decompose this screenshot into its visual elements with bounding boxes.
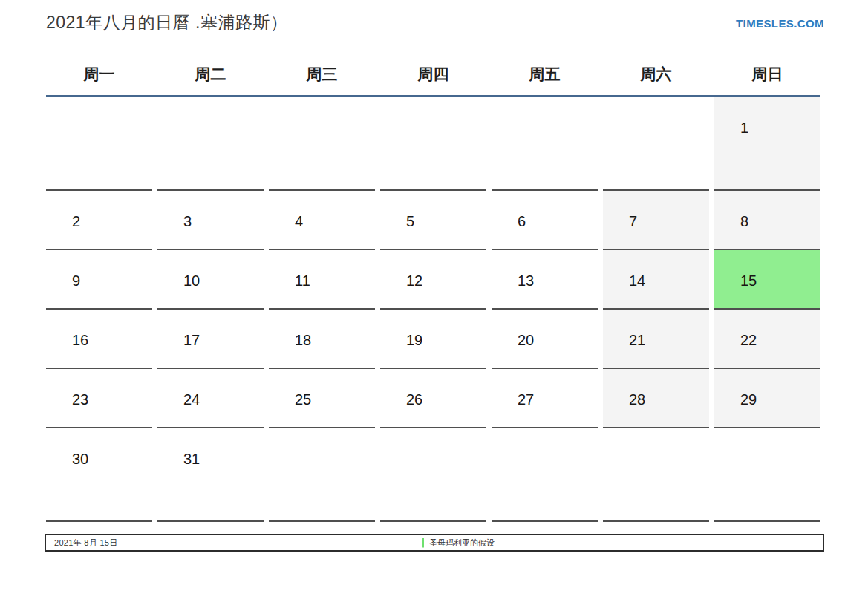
day-cell-29: 29 bbox=[714, 369, 820, 428]
day-cell-14: 14 bbox=[603, 250, 709, 310]
empty-cell bbox=[603, 97, 709, 191]
calendar: 周一 周二 周三 周四 周五 周六 周日 1234567891011121314… bbox=[46, 62, 820, 522]
day-cell-24: 24 bbox=[157, 369, 264, 428]
holiday-label: 圣母玛利亚的假设 bbox=[429, 538, 495, 549]
day-cell-1: 1 bbox=[714, 97, 820, 191]
day-cell-19: 19 bbox=[380, 310, 486, 369]
site-link[interactable]: TIMESLES.COM bbox=[736, 17, 824, 30]
day-cell-26: 26 bbox=[380, 369, 486, 428]
day-cell-18: 18 bbox=[269, 310, 375, 369]
empty-cell bbox=[269, 97, 375, 191]
footer-date: 2021年 8月 15日 bbox=[54, 538, 118, 549]
day-cell-7: 7 bbox=[603, 191, 709, 250]
calendar-week-row: 3031 bbox=[46, 428, 820, 522]
day-cell-21: 21 bbox=[603, 310, 709, 369]
weekday-label-fri: 周五 bbox=[492, 62, 598, 86]
day-cell-22: 22 bbox=[714, 310, 820, 369]
day-cell-20: 20 bbox=[492, 310, 598, 369]
weekday-label-mon: 周一 bbox=[46, 62, 152, 86]
day-cell-4: 4 bbox=[269, 191, 375, 250]
calendar-week-row: 16171819202122 bbox=[46, 310, 820, 369]
day-cell-3: 3 bbox=[157, 191, 264, 250]
day-cell-13: 13 bbox=[492, 250, 598, 310]
day-cell-27: 27 bbox=[492, 369, 598, 428]
calendar-week-row: 2345678 bbox=[46, 191, 820, 250]
day-cell-8: 8 bbox=[714, 191, 820, 250]
day-cell-25: 25 bbox=[269, 369, 375, 428]
empty-cell bbox=[714, 428, 820, 522]
holiday-marker-icon bbox=[422, 538, 424, 548]
empty-cell bbox=[157, 97, 264, 191]
footer-bar: 2021年 8月 15日 圣母玛利亚的假设 bbox=[45, 534, 824, 552]
day-cell-12: 12 bbox=[380, 250, 486, 310]
day-cell-17: 17 bbox=[157, 310, 264, 369]
day-cell-30: 30 bbox=[46, 428, 152, 522]
empty-cell bbox=[269, 428, 375, 522]
day-cell-9: 9 bbox=[46, 250, 152, 310]
day-cell-28: 28 bbox=[603, 369, 709, 428]
calendar-week-row: 9101112131415 bbox=[46, 250, 820, 310]
weekday-label-wed: 周三 bbox=[269, 62, 375, 86]
day-cell-15: 15 bbox=[714, 250, 820, 310]
empty-cell bbox=[46, 97, 152, 191]
page-title: 2021年八月的日曆 .塞浦路斯） bbox=[46, 11, 287, 33]
weekday-label-tue: 周二 bbox=[157, 62, 264, 86]
weekday-label-thu: 周四 bbox=[380, 62, 486, 86]
empty-cell bbox=[380, 97, 486, 191]
calendar-week-row: 1 bbox=[46, 97, 820, 191]
day-cell-10: 10 bbox=[157, 250, 264, 310]
empty-cell bbox=[492, 97, 598, 191]
weekday-label-sun: 周日 bbox=[714, 62, 820, 86]
day-cell-16: 16 bbox=[46, 310, 152, 369]
weekday-header-row: 周一 周二 周三 周四 周五 周六 周日 bbox=[46, 62, 820, 86]
day-cell-23: 23 bbox=[46, 369, 152, 428]
empty-cell bbox=[603, 428, 709, 522]
weekday-label-sat: 周六 bbox=[603, 62, 709, 86]
calendar-week-row: 23242526272829 bbox=[46, 369, 820, 428]
day-cell-6: 6 bbox=[492, 191, 598, 250]
holiday-legend: 圣母玛利亚的假设 bbox=[422, 538, 495, 549]
day-cell-31: 31 bbox=[157, 428, 264, 522]
day-cell-5: 5 bbox=[380, 191, 486, 250]
empty-cell bbox=[492, 428, 598, 522]
empty-cell bbox=[380, 428, 486, 522]
day-cell-11: 11 bbox=[269, 250, 375, 310]
calendar-grid: 1234567891011121314151617181920212223242… bbox=[46, 97, 820, 522]
day-cell-2: 2 bbox=[46, 191, 152, 250]
